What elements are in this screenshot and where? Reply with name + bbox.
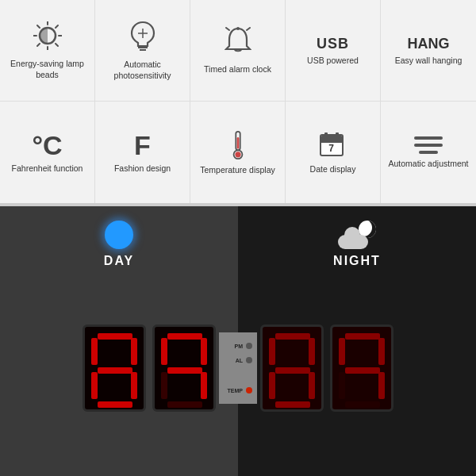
- seg-b: [378, 338, 385, 365]
- seg-d: [275, 401, 310, 408]
- feature-label: Temperature display: [200, 165, 275, 176]
- panel-al-label: AL: [236, 358, 243, 363]
- cloud-shape: [338, 235, 368, 249]
- feature-adjustment: Automatic adjustment: [381, 102, 476, 203]
- calendar-icon: 7: [320, 131, 347, 159]
- feature-label: Fahrenheit function: [12, 163, 83, 175]
- svg-line-6: [226, 28, 229, 30]
- feature-photosensitivity: Automatic photosensitivity: [95, 0, 190, 102]
- feature-hang: HANG Easy wall hanging: [381, 0, 476, 102]
- seg-d: [98, 401, 132, 408]
- panel-pm-label: PM: [235, 344, 244, 349]
- feature-date: 7 Date display: [286, 102, 381, 203]
- demo-section: DAY NIGHT: [0, 206, 476, 476]
- panel-row-temp: TEMP: [228, 387, 252, 393]
- feature-fashion: F Fashion design: [95, 102, 190, 203]
- panel-row-pm: PM: [235, 343, 253, 349]
- seg-c: [201, 372, 207, 399]
- digit-2: [152, 324, 216, 412]
- panel-temp-label: TEMP: [228, 388, 243, 393]
- seg-e: [269, 372, 275, 399]
- seg-b: [201, 338, 207, 365]
- feature-label: Automatic photosensitivity: [100, 60, 185, 81]
- day-label: DAY: [104, 254, 134, 268]
- digit-3: [260, 324, 324, 412]
- night-side: NIGHT: [238, 221, 476, 268]
- feature-label: Energy-saving lamp beads: [5, 59, 90, 80]
- feature-label: Fashion design: [114, 163, 171, 175]
- seg-g: [345, 367, 380, 374]
- clock-row: PM AL TEMP: [0, 276, 476, 476]
- seg-d: [167, 401, 202, 408]
- svg-line-7: [247, 28, 250, 30]
- seg-f: [161, 338, 167, 365]
- seg-g: [275, 367, 310, 374]
- clock-body: PM AL TEMP: [79, 324, 397, 412]
- feature-energy-saving: Energy-saving lamp beads: [0, 0, 95, 102]
- night-label: NIGHT: [333, 254, 381, 268]
- feature-temperature: Temperature display: [190, 102, 286, 203]
- panel-temp-dot: [246, 387, 252, 393]
- digit-4: [330, 324, 393, 412]
- seg-e: [91, 372, 98, 399]
- svg-rect-9: [236, 137, 239, 148]
- celsius-icon: °C: [32, 132, 62, 159]
- seg-c: [378, 372, 385, 399]
- lines-icon: [414, 136, 443, 154]
- usb-icon: USB: [317, 36, 349, 51]
- seg-g: [98, 367, 132, 374]
- feature-label: USB powered: [307, 56, 359, 67]
- seg-g: [167, 367, 202, 374]
- digit-1: [83, 324, 146, 412]
- seg-f: [91, 338, 98, 365]
- seg-c: [131, 372, 137, 399]
- seg-e: [339, 372, 345, 399]
- panel-pm-dot: [246, 343, 252, 349]
- seg-f: [269, 338, 275, 365]
- seg-a: [98, 333, 132, 340]
- hang-icon: HANG: [408, 36, 450, 51]
- features-grid: Energy-saving lamp beads Automatic photo…: [0, 0, 476, 206]
- bulb-icon: [129, 21, 156, 55]
- seg-a: [345, 333, 380, 340]
- day-side: DAY: [0, 221, 238, 268]
- moon-cloud-icon: [338, 221, 376, 249]
- seg-b: [309, 338, 315, 365]
- day-night-row: DAY NIGHT: [0, 206, 476, 276]
- feature-label: Easy wall hanging: [395, 56, 463, 67]
- seg-c: [309, 372, 315, 399]
- feature-label: Automatic adjustment: [389, 159, 469, 170]
- seg-b: [131, 338, 137, 365]
- seg-f: [339, 338, 345, 365]
- feature-celsius: °C Fahrenheit function: [0, 102, 95, 203]
- panel-al-dot: [246, 357, 252, 363]
- feature-usb: USB USB powered: [286, 0, 381, 102]
- feature-alarm: Timed alarm clock: [190, 0, 286, 102]
- svg-point-5: [236, 27, 240, 30]
- feature-label: Date display: [310, 164, 356, 175]
- seg-a: [275, 333, 310, 340]
- fahrenheit-icon: F: [134, 132, 151, 159]
- svg-point-11: [235, 152, 240, 157]
- bell-icon: [225, 27, 251, 60]
- seg-e: [161, 372, 167, 399]
- feature-label: Timed alarm clock: [204, 64, 271, 75]
- brightness-icon: [33, 21, 62, 54]
- sun-icon: [105, 221, 133, 249]
- thermometer-icon: [230, 130, 246, 160]
- seg-d: [345, 401, 380, 408]
- center-panel: PM AL TEMP: [219, 332, 257, 404]
- seg-a: [167, 333, 202, 340]
- panel-row-al: AL: [236, 357, 252, 363]
